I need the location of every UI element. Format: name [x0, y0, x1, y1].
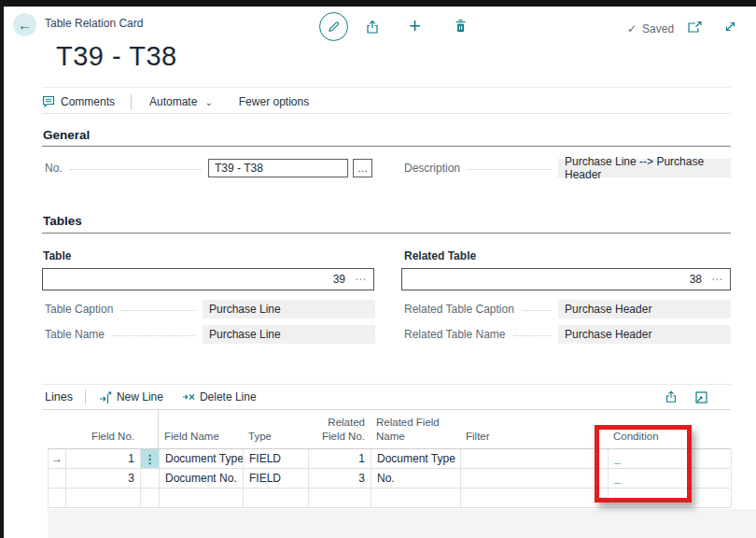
column-header-field-name[interactable]: Field Name	[159, 409, 243, 448]
cell-condition[interactable]: _	[609, 449, 732, 468]
automate-button[interactable]: Automate ⌄	[149, 95, 213, 108]
new-line-button[interactable]: New Line	[99, 390, 163, 404]
cell-related-field-name[interactable]	[371, 488, 461, 507]
cell-field-name[interactable]	[160, 488, 244, 507]
action-bar: Comments Automate ⌄ Fewer options	[42, 90, 731, 113]
delete-line-icon	[182, 390, 195, 404]
dotted-leader	[120, 310, 195, 311]
popout-button[interactable]	[687, 21, 703, 34]
window-frame-left	[0, 0, 4, 538]
lines-toolbar-right	[664, 389, 708, 404]
table-caption-field: Purchase Line	[203, 300, 375, 319]
fewer-options-button[interactable]: Fewer options	[239, 95, 309, 108]
delete-button[interactable]	[454, 18, 468, 34]
condition-link[interactable]: _	[614, 472, 621, 485]
table-row	[49, 488, 731, 508]
divider	[85, 389, 86, 404]
column-header-field-no[interactable]: Field No.	[65, 409, 140, 448]
cell-field-no[interactable]: 1	[66, 449, 141, 468]
cell-condition[interactable]	[609, 488, 732, 507]
table-caption-label: Table Caption	[45, 303, 113, 316]
saved-label: Saved	[642, 22, 674, 35]
column-header-type[interactable]: Type	[243, 409, 308, 448]
pencil-icon	[327, 20, 341, 34]
cell-type[interactable]: FIELD	[244, 469, 309, 488]
resize-button[interactable]	[723, 20, 737, 34]
table-no-input[interactable]: 39 ⋯	[42, 268, 374, 290]
row-menu-button[interactable]: ⋮	[141, 449, 160, 468]
cell-related-field-no[interactable]: 3	[309, 469, 371, 488]
condition-link[interactable]: _	[614, 452, 621, 465]
back-button[interactable]: ←	[13, 13, 36, 36]
dotted-leader	[468, 169, 551, 170]
page-title: T39 - T38	[56, 41, 177, 72]
cell-type[interactable]: FIELD	[244, 449, 309, 468]
bottom-panel	[48, 509, 756, 538]
table-row: → 1 ⋮ Document Type FIELD 1 Document Typ…	[49, 449, 731, 469]
row-menu-cell[interactable]	[141, 469, 160, 488]
edit-button[interactable]	[319, 12, 348, 41]
cell-related-field-no[interactable]	[309, 488, 371, 507]
divider	[42, 87, 731, 88]
column-header-related-field-no[interactable]: Related Field No.	[308, 409, 371, 448]
tables-section-heading[interactable]: Tables	[43, 214, 82, 228]
cell-field-name[interactable]: Document No.	[160, 469, 244, 488]
new-button[interactable]: +	[409, 16, 421, 36]
row-menu-cell[interactable]	[141, 488, 160, 507]
new-line-icon	[99, 390, 112, 404]
description-field: Purchase Line --> Purchase Header	[558, 159, 731, 177]
cell-type[interactable]	[244, 488, 309, 507]
cell-related-field-no[interactable]: 1	[309, 449, 371, 468]
cell-related-field-name[interactable]: Document Type	[371, 449, 461, 468]
divider	[42, 146, 731, 147]
table-label: Table	[43, 249, 71, 262]
cell-filter[interactable]	[461, 469, 609, 488]
lines-share-button[interactable]	[664, 389, 679, 404]
table-no-value: 39	[333, 273, 345, 286]
description-field-row: Description Purchase Line --> Purchase H…	[404, 159, 731, 177]
ellipsis-icon: …	[357, 163, 368, 174]
comment-bubble-icon	[42, 95, 55, 108]
column-header-condition[interactable]: Condition	[608, 409, 731, 448]
table-relation-card-page: ← Table Relation Card +	[0, 0, 756, 538]
edit-list-button[interactable]	[694, 390, 708, 404]
check-icon: ✓	[627, 22, 637, 35]
cell-condition[interactable]: _	[609, 469, 732, 488]
lines-grid: Field No. Field Name Type Related Field …	[48, 409, 731, 508]
comments-button[interactable]: Comments	[42, 95, 115, 108]
divider	[131, 94, 132, 109]
ellipsis-icon[interactable]: ⋯	[711, 273, 722, 286]
dotted-leader	[70, 169, 201, 170]
row-select-cell[interactable]	[49, 469, 66, 488]
cell-field-no[interactable]: 3	[66, 469, 141, 488]
row-select-cell[interactable]: →	[49, 449, 66, 468]
cell-field-name[interactable]: Document Type	[160, 449, 244, 468]
row-select-cell[interactable]	[49, 488, 66, 507]
related-table-label: Related Table	[404, 249, 476, 262]
cell-related-field-name[interactable]: No.	[371, 469, 461, 488]
lines-caption: Lines	[45, 390, 73, 404]
general-section-heading[interactable]: General	[43, 128, 90, 142]
cell-filter[interactable]	[461, 449, 609, 468]
no-field-row: No. …	[45, 159, 372, 177]
popout-window-icon	[687, 21, 703, 34]
fewer-options-label: Fewer options	[239, 95, 309, 108]
save-status: ✓ Saved	[627, 22, 674, 35]
cell-filter[interactable]	[461, 488, 609, 507]
delete-line-button[interactable]: Delete Line	[182, 390, 257, 404]
no-input[interactable]	[208, 159, 348, 177]
related-table-no-input[interactable]: 38 ⋯	[401, 268, 731, 290]
no-label: No.	[45, 162, 63, 175]
column-header-related-field-name[interactable]: Related Field Name	[371, 409, 460, 448]
share-button[interactable]	[364, 19, 381, 35]
divider	[42, 113, 731, 114]
ellipsis-icon[interactable]: ⋯	[355, 273, 366, 286]
no-assist-button[interactable]: …	[353, 159, 372, 177]
chevron-down-icon: ⌄	[204, 97, 212, 107]
share-icon	[364, 19, 381, 35]
new-line-label: New Line	[117, 390, 163, 404]
cell-field-no[interactable]	[66, 488, 141, 507]
table-name-label: Table Name	[45, 328, 105, 341]
column-header-filter[interactable]: Filter	[460, 409, 608, 448]
related-table-caption-row: Related Table Caption Purchase Header	[404, 300, 731, 319]
